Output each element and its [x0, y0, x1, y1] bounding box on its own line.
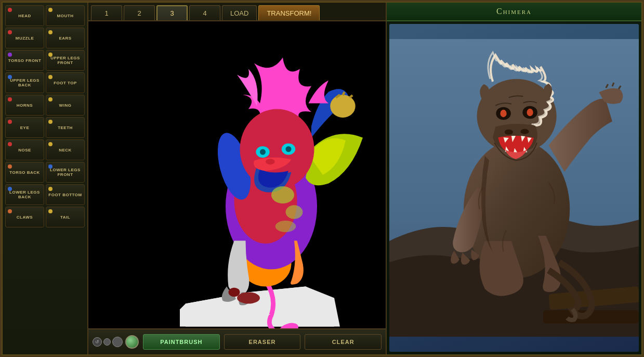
- body-part-row: HORNS WING: [5, 95, 85, 116]
- brush-options: ↺: [93, 335, 139, 349]
- body-part-row: UPPER LEGS BACK FOOT TOP: [5, 72, 85, 93]
- svg-point-20: [275, 221, 296, 232]
- tab-bar: 1 2 3 4 LOAD TRANSFORM!: [88, 3, 386, 21]
- btn-ears[interactable]: EARS: [46, 28, 85, 48]
- body-part-row: MUZZLE EARS: [5, 28, 85, 48]
- svg-point-33: [500, 110, 506, 117]
- btn-eye[interactable]: EYE: [5, 117, 44, 138]
- canvas-area[interactable]: [88, 21, 386, 328]
- btn-mouth[interactable]: MOUTH: [46, 5, 85, 26]
- svg-point-36: [520, 129, 529, 134]
- dot-torso-back: [8, 164, 12, 169]
- tab-2[interactable]: 2: [124, 5, 155, 20]
- btn-nose[interactable]: NOSE: [5, 139, 44, 160]
- dot-horns: [8, 97, 12, 101]
- svg-point-17: [266, 159, 275, 164]
- btn-tail[interactable]: TAIL: [46, 207, 85, 227]
- chimera-title: Chimera: [496, 7, 532, 16]
- color-picker[interactable]: [125, 335, 139, 349]
- dot-nose: [8, 142, 12, 146]
- body-part-row: TORSO BACK LOWER LEGS FRONT: [5, 162, 85, 183]
- dot-wing: [48, 97, 52, 101]
- dot-muzzle: [8, 30, 12, 34]
- svg-line-10: [343, 92, 345, 96]
- btn-lower-legs-back[interactable]: LOWER LEGS BACK: [5, 184, 44, 205]
- dot-ears: [48, 30, 52, 34]
- btn-foot-top[interactable]: FOOT TOP: [46, 72, 85, 93]
- main-container: HEAD MOUTH MUZZLE EARS TORSO FRONT: [2, 2, 642, 355]
- chimera-svg: [389, 24, 639, 352]
- btn-upper-legs-back[interactable]: UPPER LEGS BACK: [5, 72, 44, 93]
- btn-horns[interactable]: HORNS: [5, 95, 44, 116]
- dot-tail: [48, 209, 52, 213]
- btn-foot-bottom[interactable]: FOOT BOTTOM: [46, 184, 85, 205]
- dot-teeth: [48, 120, 52, 124]
- right-panel: Chimera: [387, 3, 641, 354]
- dot-mouth: [48, 8, 52, 12]
- btn-torso-back[interactable]: TORSO BACK: [5, 162, 44, 183]
- brush-medium[interactable]: [112, 337, 123, 347]
- svg-point-8: [330, 95, 355, 118]
- svg-point-15: [260, 149, 266, 155]
- dot-neck: [48, 142, 52, 146]
- chimera-reference-image: [389, 24, 639, 352]
- dot-upper-legs-back: [8, 75, 12, 79]
- dot-eye: [8, 120, 12, 124]
- dot-foot-bottom: [48, 187, 52, 191]
- btn-muzzle[interactable]: MUZZLE: [5, 28, 44, 48]
- btn-teeth[interactable]: TEETH: [46, 117, 85, 138]
- left-panel: HEAD MOUTH MUZZLE EARS TORSO FRONT: [3, 3, 88, 354]
- btn-head[interactable]: HEAD: [5, 5, 44, 26]
- svg-point-21: [237, 292, 260, 304]
- body-part-row: CLAWS TAIL: [5, 207, 85, 227]
- tab-load[interactable]: LOAD: [222, 5, 257, 20]
- paintbrush-button[interactable]: PAINTBRUSH: [143, 334, 220, 350]
- right-header: Chimera: [387, 3, 641, 21]
- brush-small[interactable]: [103, 338, 111, 346]
- body-part-row: HEAD MOUTH: [5, 5, 85, 26]
- svg-point-35: [505, 130, 513, 135]
- paint-canvas[interactable]: [88, 21, 386, 328]
- eraser-button[interactable]: ERASER: [224, 334, 301, 350]
- body-part-row: EYE TEETH: [5, 117, 85, 138]
- svg-point-18: [271, 186, 294, 203]
- svg-point-22: [229, 288, 240, 297]
- svg-point-19: [286, 205, 303, 219]
- right-image-area: [387, 21, 641, 354]
- dot-upper-legs-front: [48, 53, 52, 57]
- btn-claws[interactable]: CLAWS: [5, 207, 44, 227]
- btn-wing[interactable]: WING: [46, 95, 85, 116]
- tab-4[interactable]: 4: [189, 5, 220, 20]
- dot-lower-legs-front: [48, 164, 52, 169]
- btn-neck[interactable]: NECK: [46, 139, 85, 160]
- btn-torso-front[interactable]: TORSO FRONT: [5, 50, 44, 71]
- btn-lower-legs-front[interactable]: LOWER LEGS FRONT: [46, 162, 85, 183]
- dot-claws: [8, 209, 12, 213]
- body-part-row: LOWER LEGS BACK FOOT BOTTOM: [5, 184, 85, 205]
- btn-upper-legs-front[interactable]: UPPER LEGS FRONT: [46, 50, 85, 71]
- tab-3[interactable]: 3: [156, 5, 188, 20]
- dot-foot-top: [48, 75, 52, 79]
- dot-torso-front: [8, 53, 12, 57]
- center-panel: 1 2 3 4 LOAD TRANSFORM!: [88, 3, 387, 354]
- clear-button[interactable]: CLEAR: [305, 334, 382, 350]
- bottom-toolbar: ↺ PAINTBRUSH ERASER CLEAR: [88, 328, 386, 354]
- dot-lower-legs-back: [8, 187, 12, 191]
- svg-point-34: [527, 109, 533, 116]
- dot-head: [8, 8, 12, 12]
- svg-point-16: [286, 146, 292, 152]
- body-part-row: TORSO FRONT UPPER LEGS FRONT: [5, 50, 85, 71]
- tab-1[interactable]: 1: [91, 5, 122, 20]
- undo-icon[interactable]: ↺: [93, 337, 102, 347]
- tab-transform[interactable]: TRANSFORM!: [258, 5, 320, 20]
- body-part-row: NOSE NECK: [5, 139, 85, 160]
